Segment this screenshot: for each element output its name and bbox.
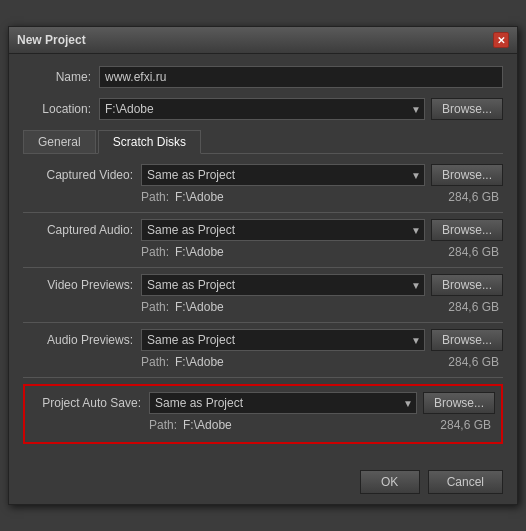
captured-video-size: 284,6 GB	[448, 190, 503, 204]
project-auto-save-path-label: Path:	[149, 418, 177, 432]
audio-previews-row: Audio Previews: Same as Project ▼ Browse…	[23, 329, 503, 351]
audio-previews-select-wrapper: Same as Project ▼	[141, 329, 425, 351]
location-row: Location: F:\Adobe ▼ Browse...	[23, 98, 503, 120]
audio-previews-label: Audio Previews:	[23, 333, 133, 347]
video-previews-select[interactable]: Same as Project	[141, 274, 425, 296]
divider-1	[23, 212, 503, 213]
divider-4	[23, 377, 503, 378]
audio-previews-size: 284,6 GB	[448, 355, 503, 369]
captured-video-path-label: Path:	[141, 190, 169, 204]
audio-previews-select[interactable]: Same as Project	[141, 329, 425, 351]
captured-video-select-wrapper: Same as Project ▼	[141, 164, 425, 186]
captured-audio-row: Captured Audio: Same as Project ▼ Browse…	[23, 219, 503, 241]
project-auto-save-path-value: F:\Adobe	[183, 418, 440, 432]
captured-video-browse-button[interactable]: Browse...	[431, 164, 503, 186]
audio-previews-path-value: F:\Adobe	[175, 355, 448, 369]
project-auto-save-path-row: Path: F:\Adobe 284,6 GB	[149, 418, 495, 432]
audio-previews-path-label: Path:	[141, 355, 169, 369]
tab-general[interactable]: General	[23, 130, 96, 153]
project-auto-save-label: Project Auto Save:	[31, 396, 141, 410]
dialog-footer: OK Cancel	[9, 462, 517, 504]
tab-scratch-disks[interactable]: Scratch Disks	[98, 130, 201, 154]
video-previews-select-wrapper: Same as Project ▼	[141, 274, 425, 296]
captured-video-row: Captured Video: Same as Project ▼ Browse…	[23, 164, 503, 186]
cancel-button[interactable]: Cancel	[428, 470, 503, 494]
window-title: New Project	[17, 33, 86, 47]
captured-audio-label: Captured Audio:	[23, 223, 133, 237]
name-label: Name:	[23, 70, 91, 84]
captured-video-path-row: Path: F:\Adobe 284,6 GB	[141, 190, 503, 204]
name-row: Name:	[23, 66, 503, 88]
video-previews-label: Video Previews:	[23, 278, 133, 292]
captured-audio-browse-button[interactable]: Browse...	[431, 219, 503, 241]
video-previews-browse-button[interactable]: Browse...	[431, 274, 503, 296]
captured-audio-select[interactable]: Same as Project	[141, 219, 425, 241]
captured-audio-section: Captured Audio: Same as Project ▼ Browse…	[23, 219, 503, 259]
location-select-wrapper: F:\Adobe ▼	[99, 98, 425, 120]
captured-audio-path-label: Path:	[141, 245, 169, 259]
project-auto-save-select-wrapper: Same as Project ▼	[149, 392, 417, 414]
title-bar: New Project ✕	[9, 27, 517, 54]
close-button[interactable]: ✕	[493, 32, 509, 48]
captured-audio-size: 284,6 GB	[448, 245, 503, 259]
video-previews-section: Video Previews: Same as Project ▼ Browse…	[23, 274, 503, 314]
location-label: Location:	[23, 102, 91, 116]
video-previews-path-row: Path: F:\Adobe 284,6 GB	[141, 300, 503, 314]
captured-audio-path-value: F:\Adobe	[175, 245, 448, 259]
project-auto-save-row: Project Auto Save: Same as Project ▼ Bro…	[31, 392, 495, 414]
video-previews-size: 284,6 GB	[448, 300, 503, 314]
captured-video-path-value: F:\Adobe	[175, 190, 448, 204]
captured-video-select[interactable]: Same as Project	[141, 164, 425, 186]
tabs-container: General Scratch Disks	[23, 130, 503, 154]
project-auto-save-browse-button[interactable]: Browse...	[423, 392, 495, 414]
divider-2	[23, 267, 503, 268]
divider-3	[23, 322, 503, 323]
video-previews-path-value: F:\Adobe	[175, 300, 448, 314]
video-previews-path-label: Path:	[141, 300, 169, 314]
location-browse-button[interactable]: Browse...	[431, 98, 503, 120]
project-auto-save-select[interactable]: Same as Project	[149, 392, 417, 414]
location-select[interactable]: F:\Adobe	[99, 98, 425, 120]
project-auto-save-section: Project Auto Save: Same as Project ▼ Bro…	[23, 384, 503, 444]
captured-audio-select-wrapper: Same as Project ▼	[141, 219, 425, 241]
name-input[interactable]	[99, 66, 503, 88]
dialog-content: Name: Location: F:\Adobe ▼ Browse... Gen…	[9, 54, 517, 462]
captured-video-label: Captured Video:	[23, 168, 133, 182]
project-auto-save-size: 284,6 GB	[440, 418, 495, 432]
audio-previews-browse-button[interactable]: Browse...	[431, 329, 503, 351]
new-project-dialog: New Project ✕ Name: Location: F:\Adobe ▼…	[8, 26, 518, 505]
captured-audio-path-row: Path: F:\Adobe 284,6 GB	[141, 245, 503, 259]
video-previews-row: Video Previews: Same as Project ▼ Browse…	[23, 274, 503, 296]
audio-previews-section: Audio Previews: Same as Project ▼ Browse…	[23, 329, 503, 369]
captured-video-section: Captured Video: Same as Project ▼ Browse…	[23, 164, 503, 204]
audio-previews-path-row: Path: F:\Adobe 284,6 GB	[141, 355, 503, 369]
ok-button[interactable]: OK	[360, 470, 420, 494]
